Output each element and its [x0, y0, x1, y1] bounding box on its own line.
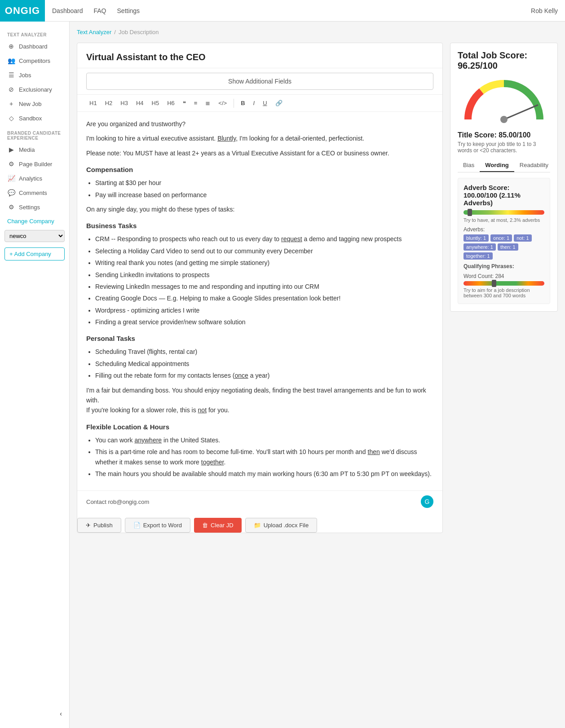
- gauge-chart: [458, 75, 550, 124]
- tab-bias[interactable]: Bias: [458, 159, 480, 172]
- page-builder-icon: ⚙: [7, 160, 15, 168]
- sidebar-item-media[interactable]: ▶ Media: [0, 142, 69, 157]
- list-item: Filling out the rebate form for my conta…: [95, 371, 433, 380]
- nav-settings[interactable]: Settings: [117, 7, 140, 14]
- breadcrumb-parent[interactable]: Text Analyzer: [77, 29, 111, 35]
- list-item: Starting at $30 per hour: [95, 178, 433, 188]
- sandbox-icon: ◇: [7, 115, 15, 122]
- sidebar-section-text-analyzer: TEXT ANALYZER: [0, 29, 69, 39]
- list-item: This is a part-time role and has room to…: [95, 447, 433, 467]
- adverb-tag-anywhere: anywhere: 1: [463, 243, 496, 251]
- toolbar-h3[interactable]: H3: [117, 98, 131, 108]
- word-count-bar: [463, 281, 544, 286]
- editor-para-4: On any single day, you might do these ty…: [86, 204, 433, 214]
- nav-dashboard[interactable]: Dashboard: [52, 7, 83, 14]
- svg-line-0: [504, 105, 538, 119]
- adverbs-label: Adverbs:: [463, 226, 544, 233]
- settings-icon: ⚙: [7, 203, 15, 211]
- analytics-icon: 📈: [7, 175, 15, 182]
- main-content: Text Analyzer / Job Description Virtual …: [70, 22, 565, 728]
- sidebar-item-competitors[interactable]: 👥 Competitors: [0, 53, 69, 68]
- section-compensation: Compensation: [86, 164, 433, 175]
- adverb-anywhere: anywhere: [134, 437, 162, 444]
- clear-jd-button[interactable]: 🗑 Clear JD: [194, 518, 242, 533]
- publish-button[interactable]: ✈ Publish: [77, 518, 121, 533]
- title-score-label: Title Score: 85.00/100: [458, 131, 550, 139]
- export-icon: 📄: [133, 522, 141, 529]
- toolbar-ol[interactable]: ≣: [202, 98, 213, 108]
- list-item: Scheduling Travel (flights, rental car): [95, 347, 433, 357]
- toolbar-h5[interactable]: H5: [149, 98, 163, 108]
- publish-icon: ✈: [86, 522, 91, 529]
- adverb-together: together: [201, 459, 224, 466]
- title-score-hint: Try to keep your job title to 1 to 3 wor…: [458, 141, 550, 154]
- toolbar-ul[interactable]: ≡: [191, 98, 201, 108]
- exclusionary-icon: ⊘: [7, 86, 15, 93]
- sidebar-item-analytics[interactable]: 📈 Analytics: [0, 171, 69, 185]
- sidebar-item-sandbox[interactable]: ◇ Sandbox: [0, 111, 69, 125]
- list-item: Writing real thank you notes (and gettin…: [95, 258, 433, 268]
- editor-para-1: Are you organized and trustworthy?: [86, 119, 433, 129]
- adverb-tag-bluntly: bluntly: 1: [463, 234, 489, 242]
- nav-faq[interactable]: FAQ: [94, 7, 106, 14]
- chevron-left-icon: ‹: [60, 710, 62, 717]
- adverb-request: request: [281, 235, 302, 243]
- toolbar-divider: [234, 99, 234, 108]
- adverb-tags: bluntly: 1 once: 1 not: 1 anywhere: 1 th…: [463, 234, 544, 260]
- section-flexible: Flexible Location & Hours: [86, 422, 433, 432]
- dashboard-icon: ⊕: [7, 43, 15, 50]
- toolbar-link[interactable]: 🔗: [272, 98, 286, 108]
- sidebar-item-exclusionary[interactable]: ⊘ Exclusionary: [0, 82, 69, 97]
- adverb-tag-together: together: 1: [463, 252, 493, 260]
- sidebar-item-comments[interactable]: 💬 Comments: [0, 185, 69, 200]
- adverb-score-title: Adverb Score: 100.00/100 (2.11% Adverbs): [463, 184, 544, 207]
- upload-docx-button[interactable]: 📁 Upload .docx File: [245, 518, 317, 533]
- sidebar-collapse-button[interactable]: ‹: [0, 706, 69, 721]
- breadcrumb-current: Job Description: [119, 29, 159, 35]
- section-personal-tasks: Personal Tasks: [86, 333, 433, 344]
- user-menu[interactable]: Rob Kelly: [531, 7, 558, 14]
- show-additional-fields-button[interactable]: Show Additional Fields: [86, 73, 433, 90]
- sidebar-item-dashboard[interactable]: ⊕ Dashboard: [0, 39, 69, 53]
- tab-readability[interactable]: Readability: [514, 159, 554, 172]
- list-item: Sending LinkedIn invitations to prospect…: [95, 270, 433, 280]
- sidebar-item-page-builder[interactable]: ⚙ Page Builder: [0, 157, 69, 171]
- list-item: You can work anywhere in the United Stat…: [95, 435, 433, 445]
- toolbar-underline[interactable]: U: [260, 98, 270, 108]
- editor-para-3: Please note: You MUST have at least 2+ y…: [86, 148, 433, 158]
- editor-body[interactable]: Are you organized and trustworthy? I'm l…: [77, 112, 442, 490]
- list-item: Reviewing LinkedIn messages to me and re…: [95, 282, 433, 291]
- add-company-button[interactable]: + Add Company: [4, 247, 65, 260]
- toolbar-code[interactable]: </>: [215, 98, 230, 108]
- toolbar-h6[interactable]: H6: [164, 98, 178, 108]
- breadcrumb: Text Analyzer / Job Description: [77, 29, 558, 35]
- sidebar-item-settings[interactable]: ⚙ Settings: [0, 200, 69, 214]
- company-select[interactable]: newco: [4, 230, 65, 242]
- list-item: Wordpress - optimizing articles I write: [95, 305, 433, 315]
- adverb-score-box: Adverb Score: 100.00/100 (2.11% Adverbs)…: [458, 178, 550, 304]
- export-word-button[interactable]: 📄 Export to Word: [125, 518, 190, 533]
- toolbar-h4[interactable]: H4: [133, 98, 147, 108]
- list-item: Selecting a Holiday Card Video to send o…: [95, 246, 433, 256]
- list-item: Creating Google Docs — E.g. Helping to m…: [95, 293, 433, 303]
- list-item: Finding a great service provider/new sof…: [95, 317, 433, 327]
- toolbar-h2[interactable]: H2: [102, 98, 116, 108]
- toolbar-bold[interactable]: B: [238, 98, 248, 108]
- adverb-score-hint: Try to have, at most, 2.3% adverbs: [463, 217, 544, 223]
- toolbar-h1[interactable]: H1: [86, 98, 100, 108]
- sidebar-section-branded: BRANDED CANDIDATE EXPERIENCE: [0, 125, 69, 142]
- editor-para-2: I'm looking to hire a virtual executive …: [86, 133, 433, 143]
- change-company-link[interactable]: Change Company: [0, 214, 69, 228]
- gauge-svg: [459, 75, 549, 124]
- tab-wording[interactable]: Wording: [480, 159, 514, 172]
- toolbar-blockquote[interactable]: ❝: [180, 98, 189, 108]
- sidebar-item-new-job[interactable]: + New Job: [0, 97, 69, 111]
- toolbar-italic[interactable]: I: [250, 98, 258, 108]
- editor-para-5: I'm a fair but demanding boss. You shoul…: [86, 385, 433, 415]
- score-tabs: Bias Wording Readability: [458, 159, 550, 172]
- sidebar-item-jobs[interactable]: ☰ Jobs: [0, 68, 69, 82]
- score-panel: Total Job Score: 96.25/100: [450, 43, 558, 312]
- editor-panel: Virtual Assistant to the CEO Show Additi…: [77, 43, 443, 533]
- grammarly-icon[interactable]: G: [421, 495, 433, 508]
- adverb-tag-not: not: 1: [514, 234, 532, 242]
